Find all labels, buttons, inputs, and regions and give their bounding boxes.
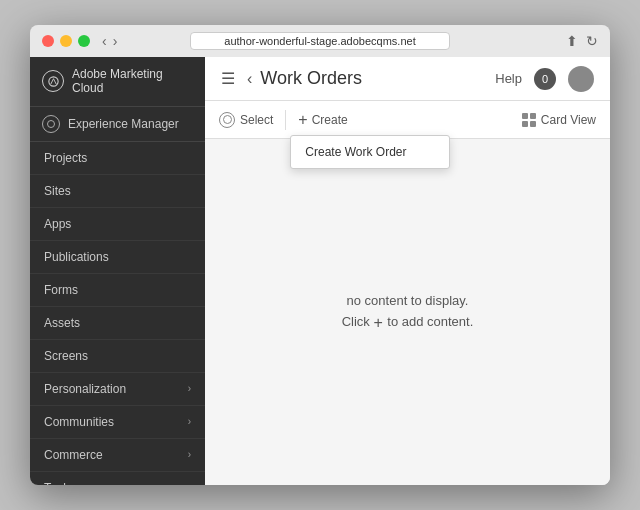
sidebar-item-publications[interactable]: Publications [30,241,205,274]
create-button[interactable]: + Create [298,111,347,129]
add-label: to add content. [387,314,473,329]
click-label: Click [342,314,370,329]
app-window: ‹ › author-wonderful-stage.adobecqms.net… [30,25,610,485]
sidebar-header: Adobe Marketing Cloud [30,57,205,107]
sidebar-item-projects[interactable]: Projects [30,142,205,175]
notification-badge[interactable]: 0 [534,68,556,90]
toolbar-divider [285,110,286,130]
titlebar: ‹ › author-wonderful-stage.adobecqms.net… [30,25,610,57]
sidebar-item-tools[interactable]: Tools › [30,472,205,485]
url-bar[interactable]: author-wonderful-stage.adobecqms.net [190,32,450,50]
sidebar-item-sites[interactable]: Sites [30,175,205,208]
sidebar-item-forms[interactable]: Forms [30,274,205,307]
window-controls [42,35,90,47]
sidebar-item-commerce[interactable]: Commerce › [30,439,205,472]
sidebar-item-label: Commerce [44,448,103,462]
empty-state: no content to display. Click + to add co… [342,293,474,332]
header-back-icon[interactable]: ‹ [247,70,252,88]
menu-icon[interactable]: ☰ [221,69,235,88]
select-button[interactable]: Select [219,112,273,128]
chevron-right-icon: › [188,482,191,485]
notif-count: 0 [542,73,548,85]
minimize-button[interactable] [60,35,72,47]
brand-name: Adobe Marketing Cloud [72,67,193,96]
sidebar: Adobe Marketing Cloud Experience Manager… [30,57,205,485]
sidebar-item-personalization[interactable]: Personalization › [30,373,205,406]
section-icon [42,115,60,133]
select-label: Select [240,113,273,127]
empty-add-hint: Click + to add content. [342,314,474,332]
svg-point-1 [48,120,55,127]
card-view-label: Card View [541,113,596,127]
close-button[interactable] [42,35,54,47]
create-label: Create [312,113,348,127]
app-container: Adobe Marketing Cloud Experience Manager… [30,57,610,485]
create-dropdown-menu: Create Work Order [290,135,450,169]
avatar[interactable] [568,66,594,92]
sidebar-item-label: Projects [44,151,87,165]
dropdown-item-label: Create Work Order [305,145,406,159]
sidebar-item-label: Screens [44,349,88,363]
sidebar-item-apps[interactable]: Apps [30,208,205,241]
sidebar-item-label: Tools [44,481,72,485]
sidebar-item-assets[interactable]: Assets [30,307,205,340]
app-header: ☰ ‹ Work Orders Help 0 [205,57,610,101]
content-area: no content to display. Click + to add co… [205,139,610,485]
sidebar-item-label: Publications [44,250,109,264]
sidebar-item-label: Assets [44,316,80,330]
card-view-button[interactable]: Card View [522,113,596,127]
check-icon [219,112,235,128]
empty-message: no content to display. [342,293,474,308]
share-icon[interactable]: ⬆ [566,33,578,49]
plus-icon: + [298,111,307,129]
sidebar-section: Experience Manager [30,107,205,142]
chevron-right-icon: › [188,416,191,427]
titlebar-actions: ⬆ ↻ [566,33,598,49]
sidebar-item-label: Personalization [44,382,126,396]
page-title: Work Orders [260,68,495,89]
toolbar: Select + Create Create Work Order [205,101,610,139]
chevron-right-icon: › [188,383,191,394]
brand-logo [42,70,64,92]
back-nav-icon[interactable]: ‹ [102,33,107,49]
reload-icon[interactable]: ↻ [586,33,598,49]
create-dropdown-container: + Create Create Work Order [298,111,347,129]
card-view-icon [522,113,536,127]
svg-point-2 [223,116,231,124]
sidebar-item-label: Communities [44,415,114,429]
chevron-right-icon: › [188,449,191,460]
nav-buttons: ‹ › [102,33,117,49]
help-label[interactable]: Help [495,71,522,86]
add-plus-icon: + [373,314,387,331]
url-text: author-wonderful-stage.adobecqms.net [224,35,415,47]
section-title: Experience Manager [68,117,179,131]
sidebar-item-label: Forms [44,283,78,297]
maximize-button[interactable] [78,35,90,47]
forward-nav-icon[interactable]: › [113,33,118,49]
sidebar-item-label: Sites [44,184,71,198]
header-actions: Help 0 [495,66,594,92]
sidebar-item-screens[interactable]: Screens [30,340,205,373]
sidebar-item-communities[interactable]: Communities › [30,406,205,439]
create-work-order-item[interactable]: Create Work Order [291,136,449,168]
sidebar-item-label: Apps [44,217,71,231]
main-area: ☰ ‹ Work Orders Help 0 Select [205,57,610,485]
